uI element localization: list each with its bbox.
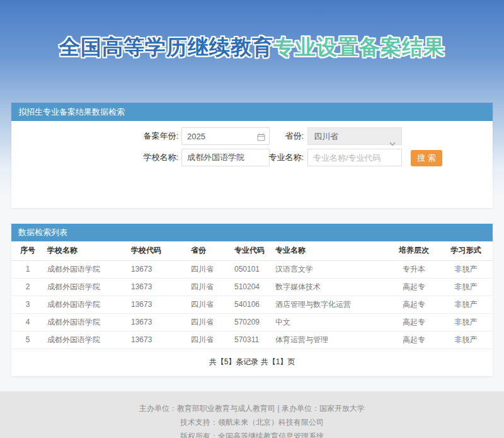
- search-panel-header: 拟招生专业备案结果数据检索: [11, 103, 493, 121]
- page-background: 全国高等学历继续教育专业设置备案结果 拟招生专业备案结果数据检索 备案年份: 省…: [0, 0, 504, 438]
- table-cell: 数字媒体技术: [272, 278, 389, 296]
- table-row: 5成都外国语学院13673四川省570311体育运营与管理高起专非脱产: [11, 331, 493, 349]
- footer-line-copyright: 版权所有：全国高等继续教育信息管理系统: [0, 429, 504, 438]
- table-cell: 3: [11, 296, 44, 313]
- table-cell: 四川省: [188, 278, 231, 296]
- table-cell: 成都外国语学院: [44, 296, 128, 313]
- school-name-label: 学校名称:: [106, 149, 178, 166]
- table-cell: 13673: [128, 296, 188, 313]
- table-row: 1成都外国语学院13673四川省050101汉语言文学专升本非脱产: [11, 260, 493, 278]
- search-panel: 拟招生专业备案结果数据检索 备案年份: 省份: 四川省: [11, 103, 493, 208]
- table-cell: 成都外国语学院: [44, 313, 128, 331]
- province-label: 省份:: [243, 127, 304, 145]
- footer-line-tech-support: 技术支持：领航未来（北京）科技有限公司: [0, 415, 504, 429]
- table-cell: 四川省: [188, 331, 231, 349]
- table-cell: 高起专: [389, 278, 439, 296]
- province-select[interactable]: 四川省: [307, 127, 402, 145]
- results-panel: 数据检索列表 序号 学校名称 学校代码 省份 专业代码 专业名称 培养层次 学习…: [11, 224, 493, 376]
- table-cell: 13673: [128, 278, 188, 296]
- table-cell: 成都外国语学院: [44, 278, 128, 296]
- table-cell: 非脱产: [439, 331, 493, 349]
- province-select-value: 四川省: [314, 132, 338, 141]
- column-header: 专业代码: [231, 241, 272, 260]
- table-row: 3成都外国语学院13673四川省540106酒店管理与数字化运营高起专非脱产: [11, 296, 493, 313]
- table-cell: 非脱产: [439, 260, 493, 278]
- table-cell: 四川省: [188, 260, 231, 278]
- table-cell: 非脱产: [439, 296, 493, 313]
- table-cell: 4: [11, 313, 44, 331]
- results-table: 序号 学校名称 学校代码 省份 专业代码 专业名称 培养层次 学习形式 1成都外…: [11, 241, 493, 349]
- filing-year-label: 备案年份:: [106, 127, 178, 145]
- table-row: 4成都外国语学院13673四川省570209中文高起专非脱产: [11, 313, 493, 331]
- table-cell: 高起专: [389, 296, 439, 313]
- column-header: 学校名称: [44, 241, 128, 260]
- table-cell: 四川省: [188, 296, 231, 313]
- major-name-field: [307, 149, 402, 166]
- results-panel-header: 数据检索列表: [11, 224, 493, 241]
- table-row: 2成都外国语学院13673四川省510204数字媒体技术高起专非脱产: [11, 278, 493, 296]
- table-cell: 510204: [231, 278, 272, 296]
- page-title-highlight: 专业设置备案结果: [273, 35, 445, 59]
- table-cell: 非脱产: [439, 313, 493, 331]
- footer-line-organizer: 主办单位：教育部职业教育与成人教育司 | 承办单位：国家开放大学: [0, 401, 504, 415]
- table-cell: 1: [11, 260, 44, 278]
- table-cell: 非脱产: [439, 278, 493, 296]
- table-cell: 高起专: [389, 331, 439, 349]
- search-button[interactable]: 搜 索: [411, 150, 442, 166]
- table-cell: 13673: [128, 313, 188, 331]
- major-name-input[interactable]: [307, 149, 402, 166]
- pagination-summary: 共【5】条记录 共【1】页: [11, 349, 493, 376]
- table-cell: 中文: [272, 313, 389, 331]
- table-cell: 体育运营与管理: [272, 331, 389, 349]
- table-cell: 酒店管理与数字化运营: [272, 296, 389, 313]
- table-cell: 四川省: [188, 313, 231, 331]
- table-cell: 13673: [128, 331, 188, 349]
- table-header-row: 序号 学校名称 学校代码 省份 专业代码 专业名称 培养层次 学习形式: [11, 241, 493, 260]
- table-cell: 成都外国语学院: [44, 260, 128, 278]
- column-header: 省份: [188, 241, 231, 260]
- page-title: 全国高等学历继续教育专业设置备案结果: [0, 0, 504, 59]
- column-header: 培养层次: [389, 241, 439, 260]
- table-cell: 540106: [231, 296, 272, 313]
- major-name-label: 专业名称:: [243, 149, 304, 166]
- column-header: 学习形式: [439, 241, 493, 260]
- table-cell: 专升本: [389, 260, 439, 278]
- table-cell: 570311: [231, 331, 272, 349]
- site-footer: 主办单位：教育部职业教育与成人教育司 | 承办单位：国家开放大学 技术支持：领航…: [0, 391, 504, 438]
- search-form: 备案年份: 省份: 四川省: [11, 121, 493, 208]
- results-tbody: 1成都外国语学院13673四川省050101汉语言文学专升本非脱产2成都外国语学…: [11, 260, 493, 349]
- table-cell: 570209: [231, 313, 272, 331]
- table-cell: 成都外国语学院: [44, 331, 128, 349]
- column-header: 学校代码: [128, 241, 188, 260]
- table-cell: 汉语言文学: [272, 260, 389, 278]
- column-header: 专业名称: [272, 241, 389, 260]
- table-cell: 13673: [128, 260, 188, 278]
- table-cell: 050101: [231, 260, 272, 278]
- table-cell: 高起专: [389, 313, 439, 331]
- column-header: 序号: [11, 241, 44, 260]
- table-cell: 5: [11, 331, 44, 349]
- table-cell: 2: [11, 278, 44, 296]
- page-title-main: 全国高等学历继续教育: [59, 35, 273, 59]
